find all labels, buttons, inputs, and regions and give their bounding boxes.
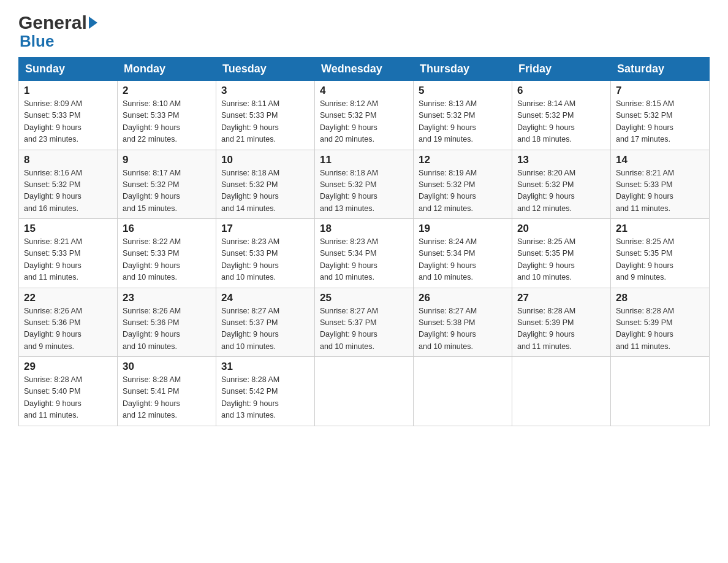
day-number: 30 <box>123 361 211 373</box>
calendar-week-row: 15 Sunrise: 8:21 AM Sunset: 5:33 PM Dayl… <box>19 219 710 288</box>
day-number: 12 <box>419 154 507 166</box>
calendar-day-cell: 30 Sunrise: 8:28 AM Sunset: 5:41 PM Dayl… <box>118 357 216 426</box>
day-info: Sunrise: 8:28 AM Sunset: 5:39 PM Dayligh… <box>517 305 605 353</box>
calendar-day-cell: 15 Sunrise: 8:21 AM Sunset: 5:33 PM Dayl… <box>19 219 118 288</box>
day-info: Sunrise: 8:18 AM Sunset: 5:32 PM Dayligh… <box>221 167 309 215</box>
calendar-day-cell: 12 Sunrise: 8:19 AM Sunset: 5:32 PM Dayl… <box>414 150 512 219</box>
day-number: 11 <box>320 154 408 166</box>
day-number: 27 <box>517 292 605 304</box>
day-info: Sunrise: 8:26 AM Sunset: 5:36 PM Dayligh… <box>24 305 112 353</box>
calendar-week-row: 22 Sunrise: 8:26 AM Sunset: 5:36 PM Dayl… <box>19 288 710 357</box>
calendar-week-row: 29 Sunrise: 8:28 AM Sunset: 5:40 PM Dayl… <box>19 357 710 426</box>
day-number: 18 <box>320 223 408 235</box>
calendar-day-cell: 14 Sunrise: 8:21 AM Sunset: 5:33 PM Dayl… <box>611 150 710 219</box>
calendar-day-cell: 1 Sunrise: 8:09 AM Sunset: 5:33 PM Dayli… <box>19 81 118 150</box>
day-info: Sunrise: 8:28 AM Sunset: 5:41 PM Dayligh… <box>123 374 211 422</box>
day-info: Sunrise: 8:11 AM Sunset: 5:33 PM Dayligh… <box>221 98 309 146</box>
day-info: Sunrise: 8:28 AM Sunset: 5:39 PM Dayligh… <box>616 305 704 353</box>
calendar-day-cell: 7 Sunrise: 8:15 AM Sunset: 5:32 PM Dayli… <box>611 81 710 150</box>
day-of-week-header: Saturday <box>611 58 710 81</box>
day-info: Sunrise: 8:23 AM Sunset: 5:33 PM Dayligh… <box>221 236 309 284</box>
day-number: 29 <box>24 361 112 373</box>
day-number: 2 <box>123 85 211 97</box>
day-info: Sunrise: 8:19 AM Sunset: 5:32 PM Dayligh… <box>419 167 507 215</box>
calendar-day-cell: 5 Sunrise: 8:13 AM Sunset: 5:32 PM Dayli… <box>414 81 512 150</box>
day-info: Sunrise: 8:22 AM Sunset: 5:33 PM Dayligh… <box>123 236 211 284</box>
day-info: Sunrise: 8:25 AM Sunset: 5:35 PM Dayligh… <box>517 236 605 284</box>
day-number: 9 <box>123 154 211 166</box>
day-info: Sunrise: 8:27 AM Sunset: 5:37 PM Dayligh… <box>320 305 408 353</box>
day-number: 3 <box>221 85 309 97</box>
day-info: Sunrise: 8:17 AM Sunset: 5:32 PM Dayligh… <box>123 167 211 215</box>
calendar-day-cell <box>512 357 611 426</box>
calendar-day-cell: 4 Sunrise: 8:12 AM Sunset: 5:32 PM Dayli… <box>315 81 414 150</box>
day-of-week-header: Wednesday <box>315 58 414 81</box>
logo-triangle-icon <box>89 17 97 29</box>
calendar-day-cell: 11 Sunrise: 8:18 AM Sunset: 5:32 PM Dayl… <box>315 150 414 219</box>
calendar-day-cell <box>315 357 414 426</box>
calendar-table: SundayMondayTuesdayWednesdayThursdayFrid… <box>18 57 710 426</box>
day-number: 14 <box>616 154 704 166</box>
calendar-day-cell: 17 Sunrise: 8:23 AM Sunset: 5:33 PM Dayl… <box>216 219 315 288</box>
calendar-day-cell: 22 Sunrise: 8:26 AM Sunset: 5:36 PM Dayl… <box>19 288 118 357</box>
day-info: Sunrise: 8:23 AM Sunset: 5:34 PM Dayligh… <box>320 236 408 284</box>
day-of-week-header: Tuesday <box>216 58 315 81</box>
calendar-day-cell: 29 Sunrise: 8:28 AM Sunset: 5:40 PM Dayl… <box>19 357 118 426</box>
day-number: 17 <box>221 223 309 235</box>
day-number: 16 <box>123 223 211 235</box>
day-number: 5 <box>419 85 507 97</box>
calendar-day-cell <box>611 357 710 426</box>
day-info: Sunrise: 8:21 AM Sunset: 5:33 PM Dayligh… <box>616 167 704 215</box>
day-number: 13 <box>517 154 605 166</box>
day-number: 26 <box>419 292 507 304</box>
day-number: 31 <box>221 361 309 373</box>
day-number: 10 <box>221 154 309 166</box>
day-info: Sunrise: 8:28 AM Sunset: 5:40 PM Dayligh… <box>24 374 112 422</box>
calendar-day-cell: 19 Sunrise: 8:24 AM Sunset: 5:34 PM Dayl… <box>414 219 512 288</box>
calendar-day-cell: 8 Sunrise: 8:16 AM Sunset: 5:32 PM Dayli… <box>19 150 118 219</box>
day-info: Sunrise: 8:25 AM Sunset: 5:35 PM Dayligh… <box>616 236 704 284</box>
day-of-week-header: Thursday <box>414 58 512 81</box>
day-info: Sunrise: 8:13 AM Sunset: 5:32 PM Dayligh… <box>419 98 507 146</box>
day-number: 7 <box>616 85 704 97</box>
calendar-day-cell <box>414 357 512 426</box>
day-number: 22 <box>24 292 112 304</box>
calendar-day-cell: 23 Sunrise: 8:26 AM Sunset: 5:36 PM Dayl… <box>118 288 216 357</box>
day-number: 21 <box>616 223 704 235</box>
day-number: 24 <box>221 292 309 304</box>
day-of-week-header: Sunday <box>19 58 118 81</box>
day-number: 6 <box>517 85 605 97</box>
day-info: Sunrise: 8:14 AM Sunset: 5:32 PM Dayligh… <box>517 98 605 146</box>
logo: General Blue <box>18 12 97 51</box>
calendar-day-cell: 6 Sunrise: 8:14 AM Sunset: 5:32 PM Dayli… <box>512 81 611 150</box>
day-info: Sunrise: 8:24 AM Sunset: 5:34 PM Dayligh… <box>419 236 507 284</box>
day-number: 19 <box>419 223 507 235</box>
day-number: 4 <box>320 85 408 97</box>
day-info: Sunrise: 8:27 AM Sunset: 5:38 PM Dayligh… <box>419 305 507 353</box>
calendar-week-row: 8 Sunrise: 8:16 AM Sunset: 5:32 PM Dayli… <box>19 150 710 219</box>
day-number: 8 <box>24 154 112 166</box>
day-of-week-header: Monday <box>118 58 216 81</box>
day-number: 1 <box>24 85 112 97</box>
day-info: Sunrise: 8:28 AM Sunset: 5:42 PM Dayligh… <box>221 374 309 422</box>
calendar-day-cell: 16 Sunrise: 8:22 AM Sunset: 5:33 PM Dayl… <box>118 219 216 288</box>
logo-general-text: General <box>18 12 87 33</box>
calendar-day-cell: 24 Sunrise: 8:27 AM Sunset: 5:37 PM Dayl… <box>216 288 315 357</box>
day-number: 25 <box>320 292 408 304</box>
day-of-week-header: Friday <box>512 58 611 81</box>
day-number: 23 <box>123 292 211 304</box>
day-info: Sunrise: 8:10 AM Sunset: 5:33 PM Dayligh… <box>123 98 211 146</box>
day-info: Sunrise: 8:16 AM Sunset: 5:32 PM Dayligh… <box>24 167 112 215</box>
page-header: General Blue <box>18 12 710 51</box>
calendar-day-cell: 27 Sunrise: 8:28 AM Sunset: 5:39 PM Dayl… <box>512 288 611 357</box>
calendar-week-row: 1 Sunrise: 8:09 AM Sunset: 5:33 PM Dayli… <box>19 81 710 150</box>
day-number: 20 <box>517 223 605 235</box>
day-info: Sunrise: 8:20 AM Sunset: 5:32 PM Dayligh… <box>517 167 605 215</box>
day-info: Sunrise: 8:12 AM Sunset: 5:32 PM Dayligh… <box>320 98 408 146</box>
calendar-day-cell: 31 Sunrise: 8:28 AM Sunset: 5:42 PM Dayl… <box>216 357 315 426</box>
calendar-day-cell: 2 Sunrise: 8:10 AM Sunset: 5:33 PM Dayli… <box>118 81 216 150</box>
day-info: Sunrise: 8:18 AM Sunset: 5:32 PM Dayligh… <box>320 167 408 215</box>
calendar-day-cell: 20 Sunrise: 8:25 AM Sunset: 5:35 PM Dayl… <box>512 219 611 288</box>
calendar-day-cell: 25 Sunrise: 8:27 AM Sunset: 5:37 PM Dayl… <box>315 288 414 357</box>
day-number: 28 <box>616 292 704 304</box>
